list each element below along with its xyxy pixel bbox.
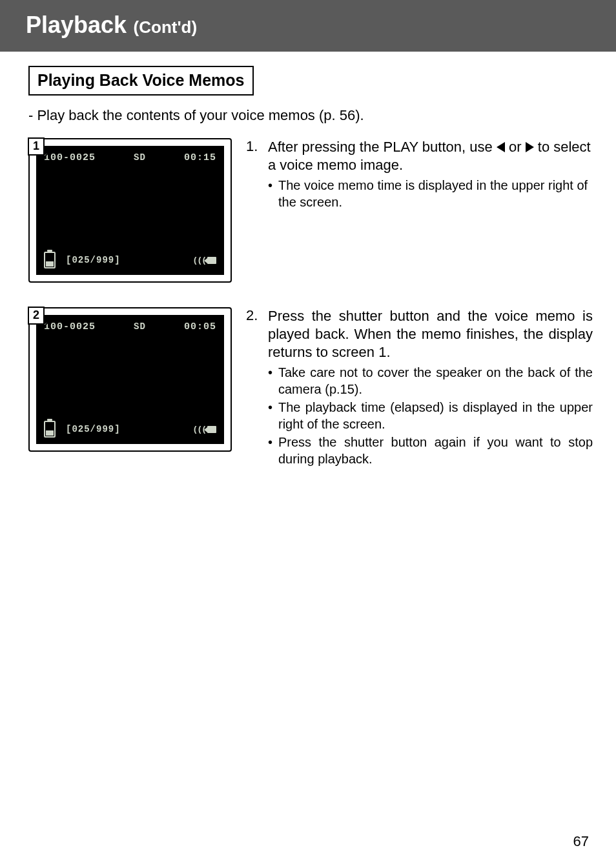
step-text: After pressing the PLAY button, use or t… [268,138,593,174]
step-row: 2 100-0025 SD 00:05 [0 [28,307,593,469]
battery-icon [44,421,56,438]
lcd-media-type: SD [134,321,146,332]
right-arrow-icon [526,142,534,152]
header-title: Playback [26,12,127,38]
lcd-screen: 100-0025 SD 00:05 [025/999] ((( [36,315,224,444]
lcd-bottom-left: [025/999] [44,252,121,268]
battery-icon [44,252,56,268]
lcd-screen: 100-0025 SD 00:15 [025/999] ((( [36,146,224,275]
figure-frame: 100-0025 SD 00:15 [025/999] ((( [28,138,232,283]
bullet-item: The playback time (elapsed) is displayed… [268,399,593,432]
step-main-text: 2. Press the shutter button and the voic… [246,307,593,361]
voice-memo-icon: ((( [193,425,216,434]
page-content: Playing Back Voice Memos - Play back the… [0,52,616,469]
speaker-shape-icon [207,426,216,433]
figure: 2 100-0025 SD 00:05 [0 [28,307,232,452]
lcd-bottom-line: [025/999] ((( [36,252,224,268]
bullet-item: Take care not to cover the speaker on th… [268,364,593,398]
lcd-file-id: 100-0025 [44,321,96,332]
bullet-item: The voice memo time is displayed in the … [268,177,593,210]
page-header: Playback (Cont'd) [0,0,616,52]
step-number: 1. [246,138,268,174]
step-bullets: The voice memo time is displayed in the … [246,177,593,210]
lcd-file-id: 100-0025 [44,152,96,163]
bullet-item: Press the shutter button again if you wa… [268,434,593,467]
figure-number: 2 [28,307,45,325]
step-text-part: After pressing the PLAY button, use [268,139,497,155]
header-subtitle: (Cont'd) [134,17,198,37]
lcd-counter: [025/999] [66,255,121,265]
lcd-top-line: 100-0025 SD 00:05 [36,321,224,332]
step-text: Press the shutter button and the voice m… [268,307,593,361]
lcd-bottom-line: [025/999] ((( [36,421,224,438]
step-text-part: or [505,139,526,155]
lcd-counter: [025/999] [66,424,121,434]
figure: 1 100-0025 SD 00:15 [0 [28,138,232,283]
section-intro: - Play back the contents of your voice m… [28,107,593,124]
page-number: 67 [573,833,589,850]
lcd-media-type: SD [134,152,146,163]
step-row: 1 100-0025 SD 00:15 [0 [28,138,593,283]
step-description: 1. After pressing the PLAY button, use o… [246,138,593,212]
step-bullets: Take care not to cover the speaker on th… [246,364,593,467]
step-number: 2. [246,307,268,361]
section-heading: Playing Back Voice Memos [28,66,254,96]
left-arrow-icon [497,142,505,152]
lcd-top-line: 100-0025 SD 00:15 [36,152,224,163]
lcd-time: 00:15 [184,152,216,163]
figure-number: 1 [28,137,45,156]
lcd-time: 00:05 [184,321,216,332]
step-main-text: 1. After pressing the PLAY button, use o… [246,138,593,174]
manual-page: Playback (Cont'd) Playing Back Voice Mem… [0,0,616,868]
speaker-shape-icon [207,257,216,264]
figure-frame: 100-0025 SD 00:05 [025/999] ((( [28,307,232,452]
voice-memo-icon: ((( [193,256,216,265]
step-description: 2. Press the shutter button and the voic… [246,307,593,469]
lcd-bottom-left: [025/999] [44,421,121,438]
